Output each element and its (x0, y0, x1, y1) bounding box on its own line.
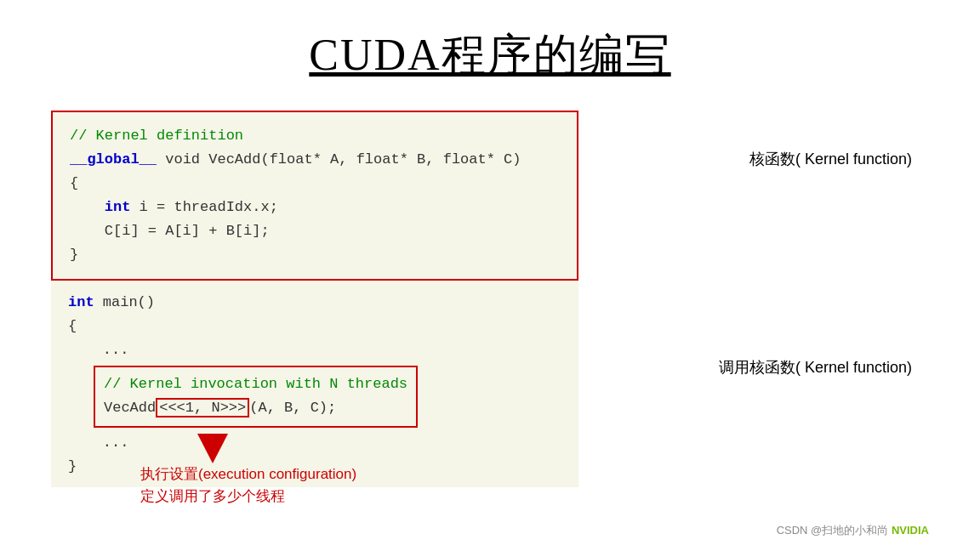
nvidia-logo: NVIDIA (892, 524, 929, 537)
code-kernel-int: int i = threadIdx.x; (70, 196, 560, 219)
main-code-block: int main() { ... // Kernel invocation wi… (51, 281, 578, 486)
invocation-box: // Kernel invocation with N threads VecA… (94, 366, 418, 427)
code-main-dots2: ... (68, 431, 561, 455)
call-annotation: 调用核函数( Kernel function) (719, 357, 912, 378)
code-main-open: { (68, 315, 561, 338)
code-invocation-call: VecAdd<<<1, N>>>(A, B, C); (104, 396, 407, 420)
code-main-sig: int main() (68, 291, 561, 315)
slide: CUDA程序的编写 // Kernel definition __global_… (0, 0, 980, 551)
code-kernel-assign: C[i] = A[i] + B[i]; (70, 219, 560, 243)
code-main-dots1: ... (68, 338, 561, 362)
code-invocation-comment: // Kernel invocation with N threads (104, 372, 407, 396)
code-kernel-close: } (70, 243, 560, 267)
comment-text: // Kernel definition (70, 128, 243, 144)
execution-annotation: 执行设置(execution configuration) 定义调用了多少个线程 (140, 463, 356, 507)
execution-arrow (197, 434, 228, 463)
kernel-annotation: 核函数( Kernel function) (749, 149, 912, 169)
code-kernel-open: { (70, 172, 560, 196)
code-kernel-comment: // Kernel definition (70, 124, 560, 148)
code-kernel-signature: __global__ void VecAdd(float* A, float* … (70, 148, 560, 172)
kernel-code-block: // Kernel definition __global__ void Vec… (51, 111, 578, 281)
exec-line2: 定义调用了多少个线程 (140, 486, 356, 508)
watermark-text: CSDN @扫地的小和尚 (777, 524, 892, 537)
exec-line1: 执行设置(execution configuration) (140, 463, 356, 486)
chevrons-highlight: <<<1, N>>> (156, 398, 249, 418)
slide-title: CUDA程序的编写 (51, 26, 929, 85)
watermark: CSDN @扫地的小和尚 NVIDIA (777, 523, 929, 538)
